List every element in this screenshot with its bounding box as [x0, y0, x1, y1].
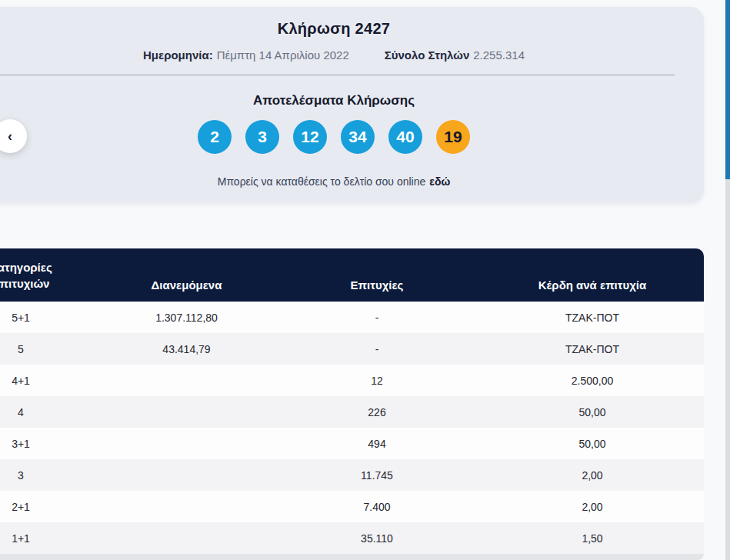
date-label: Ημερομηνία: — [143, 48, 213, 62]
deposit-text: Μπορείς να καταθέσεις το δελτίο σου onli… — [218, 175, 426, 188]
cell-winners: - — [273, 312, 481, 324]
winning-number-ball: 40 — [388, 120, 422, 154]
table-row: 3 11.745 2,00 — [0, 459, 704, 491]
cell-winners: 226 — [273, 406, 481, 418]
header-prize: Κέρδη ανά επιτυχία — [481, 278, 704, 302]
table-row: 5+1 1.307.112,80 - ΤΖΑΚ-ΠΟΤ — [0, 302, 704, 333]
table-row: 1+1 35.110 1,50 — [0, 522, 704, 554]
cell-category: 5+1 — [0, 312, 100, 324]
cell-prize: ΤΖΑΚ-ΠΟΤ — [481, 312, 704, 324]
winning-number-ball: 12 — [293, 120, 327, 154]
cell-category: 3 — [0, 469, 100, 482]
winning-number-ball: 34 — [341, 120, 375, 154]
cell-winners: 35.110 — [273, 532, 481, 545]
cell-winners: 7.400 — [273, 501, 481, 513]
cell-distributed: 1.307.112,80 — [100, 312, 273, 324]
table-row: 2+1 7.400 2,00 — [0, 491, 704, 522]
joker-number-ball: 19 — [436, 120, 470, 154]
draw-date: Ημερομηνία:Πέμπτη 14 Απριλίου 2022 — [143, 48, 349, 62]
date-value: Πέμπτη 14 Απριλίου 2022 — [217, 48, 349, 62]
draw-card: Κλήρωση 2427 Ημερομηνία:Πέμπτη 14 Απριλί… — [0, 7, 704, 203]
cell-category: 4 — [0, 406, 100, 418]
cell-winners: 494 — [273, 438, 481, 450]
prize-table: Κατηγορίες Επιτυχιών Διανεμόμενα Επιτυχί… — [0, 248, 704, 560]
cell-distributed: 43.414,79 — [100, 343, 273, 355]
columns-value: 2.255.314 — [473, 48, 525, 62]
prize-table-header: Κατηγορίες Επιτυχιών Διανεμόμενα Επιτυχί… — [0, 248, 704, 302]
cell-prize: 2,00 — [481, 501, 704, 513]
draw-title: Κλήρωση 2427 — [0, 7, 704, 38]
cell-winners: - — [273, 343, 481, 355]
table-row: 3+1 494 50,00 — [0, 428, 704, 459]
cell-prize: ΤΖΑΚ-ΠΟΤ — [481, 343, 704, 355]
cell-winners: 12 — [273, 375, 481, 387]
chevron-left-icon: ‹ — [8, 129, 12, 143]
card-divider — [0, 75, 675, 75]
header-distributed: Διανεμόμενα — [100, 278, 273, 302]
cell-prize: 2,00 — [481, 469, 704, 482]
table-row: 4+1 12 2.500,00 — [0, 365, 704, 396]
header-winners: Επιτυχίες — [273, 278, 481, 302]
winning-number-ball: 2 — [198, 120, 232, 154]
table-row: 4 226 50,00 — [0, 396, 704, 428]
cell-prize: 1,50 — [481, 532, 704, 545]
draw-meta: Ημερομηνία:Πέμπτη 14 Απριλίου 2022 Σύνολ… — [0, 48, 704, 62]
header-categories: Κατηγορίες Επιτυχιών — [0, 259, 100, 302]
winning-numbers: 2 3 12 34 40 19 — [0, 120, 704, 154]
cell-category: 2+1 — [0, 501, 100, 513]
cell-prize: 50,00 — [481, 438, 704, 450]
table-bottom-edge — [0, 554, 704, 560]
cell-prize: 50,00 — [481, 406, 704, 418]
table-row: 5 43.414,79 - ΤΖΑΚ-ΠΟΤ — [0, 333, 704, 365]
columns-label: Σύνολο Στηλών — [385, 48, 470, 62]
prize-table-body: 5+1 1.307.112,80 - ΤΖΑΚ-ΠΟΤ 5 43.414,79 … — [0, 302, 704, 554]
cell-winners: 11.745 — [273, 469, 481, 482]
cell-category: 4+1 — [0, 375, 100, 387]
cell-category: 5 — [0, 343, 100, 355]
cell-prize: 2.500,00 — [481, 375, 704, 387]
deposit-here-link[interactable]: εδώ — [429, 175, 450, 188]
deposit-line: Μπορείς να καταθέσεις το δελτίο σου onli… — [0, 175, 704, 188]
winning-number-ball: 3 — [245, 120, 279, 154]
cell-category: 1+1 — [0, 532, 100, 545]
results-title: Αποτελέσματα Κλήρωσης — [0, 93, 704, 108]
total-columns: Σύνολο Στηλών2.255.314 — [385, 48, 525, 62]
scrollbar-thumb[interactable] — [725, 0, 730, 179]
cell-category: 3+1 — [0, 438, 100, 450]
